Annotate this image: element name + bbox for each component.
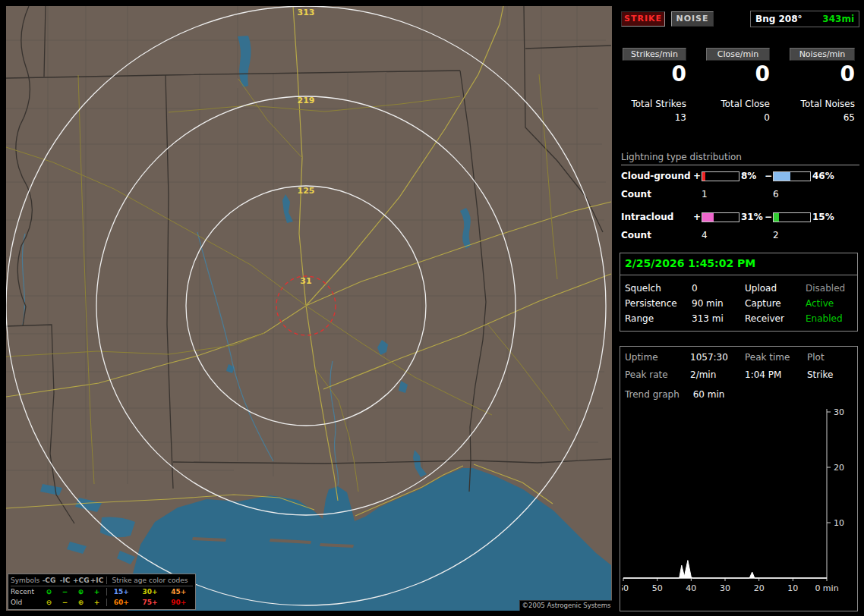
squelch-label: Squelch [625, 283, 692, 294]
strike-map[interactable]: 313 219 125 31 Symbols -CG -IC +CG +IC S… [6, 6, 612, 611]
bearing-readout: Bng 208° 343mi [750, 11, 859, 27]
trend-window-value: 60 min [693, 389, 725, 400]
plot-label: Plot [807, 351, 853, 363]
close-per-min-button[interactable]: Close/min [706, 48, 770, 61]
total-strikes-value: 13 [623, 112, 686, 123]
legend-symbols-header: Symbols [11, 577, 41, 584]
age-45: 45+ [164, 588, 193, 596]
minus-sign: − [764, 212, 773, 222]
ic-plus-pct: 31% [741, 212, 767, 222]
cloud-ground-label: Cloud-ground [621, 171, 692, 181]
capture-status: Active [806, 298, 853, 310]
trend-graph-chart: 1020306050403020100 min [622, 404, 854, 603]
svg-text:50: 50 [652, 583, 663, 593]
ic-minus-bar [773, 212, 811, 222]
svg-text:30: 30 [834, 407, 844, 417]
svg-text:40: 40 [686, 583, 696, 593]
range-label: Range [625, 313, 692, 325]
minus-sign: − [764, 171, 773, 181]
cg-minus-fill [774, 172, 790, 181]
noises-per-min-value: 0 [790, 62, 855, 86]
upload-label: Upload [745, 283, 806, 294]
copyright-notice: ©2005 Astrogenic Systems [519, 600, 612, 611]
legend-col-pos-ic: +IC [89, 577, 105, 584]
current-datetime: 2/25/2026 1:45:02 PM [620, 253, 857, 275]
legend-row-recent-label: Recent [11, 588, 41, 596]
neg-cg-recent-icon: ⊖ [41, 588, 57, 596]
noises-per-min-button[interactable]: Noises/min [790, 48, 855, 61]
persistence-label: Persistence [625, 298, 692, 310]
bearing-distance: 343mi [822, 14, 854, 24]
receiver-label: Receiver [745, 313, 806, 325]
total-noises-label: Total Noises [790, 99, 855, 109]
peak-rate-value: 2/min [690, 369, 745, 381]
cg-plus-fill [702, 172, 705, 181]
map-legend: Symbols -CG -IC +CG +IC Strike age color… [8, 574, 196, 610]
uptime-label: Uptime [625, 351, 690, 363]
peak-time-value: 1:04 PM [745, 369, 807, 381]
range-value: 313 mi [692, 313, 745, 325]
ic-plus-fill [702, 213, 714, 222]
total-strikes-label: Total Strikes [623, 99, 686, 109]
ic-minus-fill [774, 213, 779, 222]
close-per-min-value: 0 [706, 62, 770, 86]
legend-col-neg-cg: -CG [41, 577, 57, 584]
map-canvas: 313 219 125 31 [6, 6, 612, 611]
cg-plus-bar [702, 171, 739, 181]
ring-label-middle: 219 [298, 96, 315, 105]
distribution-title: Lightning type distribution [621, 152, 859, 165]
upload-status: Disabled [806, 283, 853, 294]
strikes-per-min-value: 0 [623, 62, 686, 86]
age-75: 75+ [136, 599, 165, 606]
capture-label: Capture [745, 298, 806, 310]
svg-text:10: 10 [834, 518, 844, 528]
peak-rate-label: Peak rate [625, 369, 690, 381]
legend-col-neg-ic: -IC [57, 577, 73, 584]
ring-label-outer: 313 [298, 8, 315, 17]
svg-text:0 min: 0 min [815, 583, 838, 593]
ic-plus-bar [702, 212, 739, 222]
receiver-status: Enabled [806, 313, 853, 325]
neg-cg-old-icon: ⊖ [41, 599, 57, 606]
plus-sign: + [692, 212, 702, 222]
status-panel: STRIKE NOISE Bng 208° 343mi Strikes/min … [618, 0, 864, 616]
svg-text:30: 30 [720, 583, 730, 593]
cg-minus-bar [773, 171, 811, 181]
total-noises-value: 65 [790, 112, 855, 123]
svg-text:10: 10 [787, 583, 798, 593]
cg-minus-pct: 46% [812, 171, 846, 181]
age-15: 15+ [107, 588, 136, 596]
total-close-value: 0 [706, 112, 770, 123]
age-60: 60+ [107, 599, 136, 606]
peak-time-label: Peak time [745, 351, 807, 363]
pos-cg-old-icon: ⊕ [73, 599, 89, 606]
plot-value: Strike [807, 369, 853, 381]
total-close-label: Total Close [706, 99, 770, 109]
ic-minus-pct: 15% [812, 212, 846, 222]
legend-age-header: Strike age color codes [107, 577, 193, 584]
legend-row-old-label: Old [11, 599, 41, 606]
legend-col-pos-cg: +CG [73, 577, 89, 584]
squelch-value: 0 [692, 283, 745, 294]
ring-label-inner: 125 [298, 186, 315, 196]
cg-minus-count: 6 [773, 189, 779, 200]
ic-plus-count: 4 [702, 230, 708, 240]
cg-count-label: Count [621, 189, 692, 200]
plus-sign: + [692, 171, 702, 181]
ring-label-center: 31 [300, 276, 311, 286]
svg-text:20: 20 [834, 463, 844, 473]
pos-cg-recent-icon: ⊕ [73, 588, 89, 596]
strikes-per-min-button[interactable]: Strikes/min [623, 48, 686, 61]
strike-mode-button[interactable]: STRIKE [621, 11, 665, 27]
cg-plus-count: 1 [702, 189, 708, 200]
ic-minus-count: 2 [773, 230, 779, 240]
intracloud-label: Intracloud [621, 212, 692, 222]
pos-ic-old-icon: + [89, 599, 105, 606]
trend-graph-label: Trend graph [625, 389, 680, 400]
noise-mode-button[interactable]: NOISE [671, 11, 714, 27]
pos-ic-recent-icon: + [89, 588, 105, 596]
svg-text:60: 60 [622, 583, 629, 593]
neg-ic-recent-icon: − [57, 588, 73, 596]
ic-count-label: Count [621, 230, 692, 240]
session-stats-box: Uptime 1057:30 Peak time Plot Peak rate … [620, 346, 858, 611]
